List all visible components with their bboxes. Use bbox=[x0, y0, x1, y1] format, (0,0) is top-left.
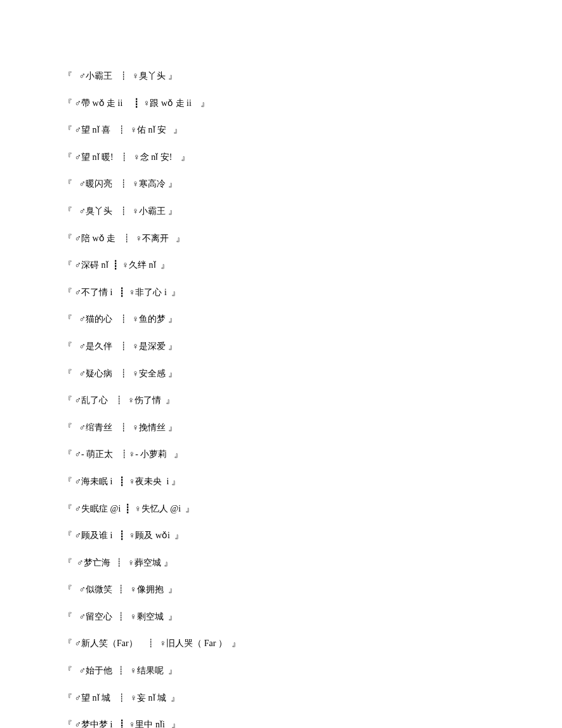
bracket-close: 』 bbox=[181, 152, 190, 162]
pair-line: 『 ♂望 nǐ 暖! ┋ ♀念 nǐ 安! 』 bbox=[63, 151, 499, 164]
mid-separator: ┋ bbox=[113, 449, 129, 459]
pair-right: ♀剩空城 bbox=[130, 612, 164, 621]
pair-left: ♂梦亡海 bbox=[77, 558, 110, 567]
bracket-close: 』 bbox=[168, 206, 177, 216]
pair-line: 『 ♂疑心病 ┋ ♀安全感 』 bbox=[63, 367, 499, 380]
mid-separator: ┋ bbox=[112, 179, 133, 189]
pair-right: ♀夜未央 i bbox=[129, 477, 169, 486]
mid-separator: ┋ bbox=[112, 585, 130, 594]
bracket-open: 『 bbox=[63, 477, 72, 486]
pair-left: ♂顾及谁 i bbox=[75, 531, 113, 540]
pair-right: ♀是深爱 bbox=[133, 341, 166, 351]
bracket-open: 『 bbox=[63, 288, 72, 297]
pair-left: ♂是久伴 bbox=[79, 341, 113, 351]
pair-right: ♀结果呢 bbox=[130, 666, 164, 675]
pair-right: ♀鱼的梦 bbox=[133, 314, 166, 324]
bracket-open: 『 bbox=[63, 531, 72, 540]
pair-line: 『 ♂望 nǐ 喜 ┋ ♀佑 nǐ 安 』 bbox=[63, 124, 499, 136]
bracket-close: 』 bbox=[171, 720, 180, 728]
bracket-open: 『 bbox=[63, 234, 72, 243]
pair-line: 『 ♂猫的心 ┋ ♀鱼的梦 』 bbox=[63, 313, 499, 326]
pair-right: ♀不离开 bbox=[136, 234, 169, 243]
bracket-open: 『 bbox=[63, 179, 72, 189]
pair-left: ♂留空心 bbox=[79, 612, 113, 621]
bracket-close: 』 bbox=[168, 314, 177, 324]
document-page: 『 ♂小霸王 ┋ ♀臭丫头 』『 ♂帶 wǒ 走 ii ┋ ♀跟 wǒ 走 ii… bbox=[0, 0, 562, 728]
bracket-open: 『 bbox=[63, 125, 72, 135]
pair-right: ♀顾及 wǒi bbox=[129, 531, 170, 540]
left-pad bbox=[72, 341, 79, 351]
pair-right: ♀挽情丝 bbox=[133, 423, 166, 432]
pair-left: ♂- 萌正太 bbox=[75, 449, 114, 459]
bracket-close: 』 bbox=[171, 477, 180, 486]
pair-line: 『 ♂是久伴 ┋ ♀是深爱 』 bbox=[63, 340, 499, 353]
mid-separator: ┋ bbox=[112, 288, 129, 297]
bracket-close: 』 bbox=[200, 98, 209, 108]
left-pad bbox=[72, 179, 79, 189]
pair-left: ♂臭丫头 bbox=[79, 206, 113, 216]
mid-separator: ┋ bbox=[110, 125, 131, 135]
bracket-close: 』 bbox=[168, 369, 177, 378]
pair-line: 『 ♂似微笑 ┋ ♀像拥抱 』 bbox=[63, 583, 499, 596]
right-pad bbox=[166, 125, 173, 135]
pair-right: ♀臭丫头 bbox=[133, 71, 166, 81]
left-pad bbox=[72, 423, 79, 432]
right-pad bbox=[166, 693, 171, 703]
pair-line: 『 ♂帶 wǒ 走 ii ┋ ♀跟 wǒ 走 ii 』 bbox=[63, 97, 499, 110]
bracket-open: 『 bbox=[63, 504, 72, 513]
right-pad bbox=[164, 612, 168, 621]
bracket-open: 『 bbox=[63, 693, 72, 703]
pair-right: ♀小霸王 bbox=[133, 206, 166, 216]
pair-right: ♀安全感 bbox=[133, 369, 166, 378]
bracket-open: 『 bbox=[63, 585, 72, 594]
bracket-open: 『 bbox=[63, 720, 72, 728]
pair-left: ♂不了情 i bbox=[75, 288, 113, 297]
bracket-open: 『 bbox=[63, 558, 72, 567]
pair-left: ♂绾青丝 bbox=[79, 423, 113, 432]
right-pad bbox=[227, 639, 232, 648]
pair-line: 『 ♂望 nǐ 城 ┋ ♀妄 nǐ 城 』 bbox=[63, 692, 499, 705]
pair-left: ♂暖闪亮 bbox=[79, 179, 113, 189]
pair-right: ♀久绊 nǐ bbox=[122, 260, 156, 270]
pair-left: ♂帶 wǒ 走 ii bbox=[75, 98, 123, 108]
pair-line: 『 ♂不了情 i ┋ ♀非了心 i 』 bbox=[63, 286, 499, 299]
bracket-open: 『 bbox=[63, 98, 72, 108]
bracket-close: 』 bbox=[232, 639, 240, 648]
bracket-open: 『 bbox=[63, 341, 72, 351]
bracket-close: 』 bbox=[168, 666, 177, 675]
bracket-close: 』 bbox=[166, 395, 174, 405]
pair-right: ♀葬空城 bbox=[128, 558, 162, 567]
mid-separator: ┋ bbox=[110, 693, 131, 703]
bracket-open: 『 bbox=[63, 71, 72, 81]
mid-separator: ┋ bbox=[112, 71, 133, 81]
pair-left: ♂望 nǐ 暖! bbox=[75, 152, 114, 162]
pair-right: ♀伤了情 bbox=[128, 395, 162, 405]
pair-left: ♂始于他 bbox=[79, 666, 113, 675]
mid-separator: ┋ bbox=[115, 234, 136, 243]
pair-right: ♀失忆人 @i bbox=[134, 504, 181, 513]
mid-separator: ┋ bbox=[108, 395, 128, 405]
mid-separator: ┋ bbox=[138, 639, 160, 648]
pair-line: 『 ♂小霸王 ┋ ♀臭丫头 』 bbox=[63, 70, 499, 83]
bracket-open: 『 bbox=[63, 449, 72, 459]
pair-left: ♂似微笑 bbox=[79, 585, 113, 594]
bracket-open: 『 bbox=[63, 612, 72, 621]
bracket-close: 』 bbox=[171, 693, 180, 703]
left-pad bbox=[72, 558, 77, 567]
pairs-list: 『 ♂小霸王 ┋ ♀臭丫头 』『 ♂帶 wǒ 走 ii ┋ ♀跟 wǒ 走 ii… bbox=[63, 70, 499, 728]
mid-separator: ┋ bbox=[110, 558, 128, 567]
pair-line: 『 ♂乱了心 ┋ ♀伤了情 』 bbox=[63, 394, 499, 407]
pair-line: 『 ♂始于他 ┋ ♀结果呢 』 bbox=[63, 665, 499, 677]
mid-separator: ┋ bbox=[112, 720, 129, 728]
mid-separator: ┋ bbox=[112, 314, 133, 324]
bracket-close: 』 bbox=[168, 71, 177, 81]
pair-right: ♀非了心 i bbox=[129, 288, 167, 297]
mid-separator: ┋ bbox=[112, 531, 129, 540]
mid-separator: ┋ bbox=[112, 666, 130, 675]
bracket-open: 『 bbox=[63, 639, 72, 648]
pair-right: ♀旧人哭（ Far ） bbox=[160, 639, 227, 648]
mid-separator: ┋ bbox=[112, 423, 133, 432]
left-pad bbox=[72, 314, 79, 324]
pair-left: ♂新人笑（Far） bbox=[75, 639, 138, 648]
pair-right: ♀像拥抱 bbox=[130, 585, 164, 594]
